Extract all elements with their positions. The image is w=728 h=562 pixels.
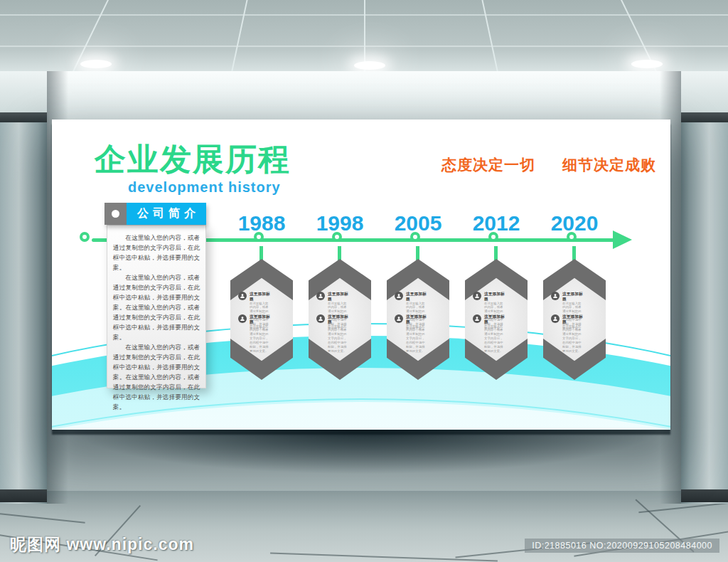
entry-title: 这里添加标题: [562, 292, 583, 301]
company-intro-panel: 在这里输入您的内容，或者通过复制您的文字内容后，在此框中选中粘贴，并选择要用的文…: [107, 225, 206, 388]
entry-body: 在这里输入您的内容，或者通过复制您的文字内容后，在此框中选中粘贴，并选择要用的文…: [250, 324, 270, 353]
timeline-connector: [338, 246, 341, 260]
scene: 企业发展历程 development history 态度决定一切 细节决定成败…: [0, 0, 728, 562]
entry-title: 这里添加标题: [250, 292, 270, 301]
intro-paragraph: 在这里输入您的内容，或者通过复制您的文字内容后，在此框中选中粘贴，并选择要用的文…: [113, 233, 200, 272]
dot-icon: [112, 210, 119, 218]
timeline-milestone: 1998这里添加标题在这里输入您的内容，或者通过复制您的文字内容后，在此框中选中…: [300, 212, 380, 386]
intro-paragraph: 在这里输入您的内容，或者通过复制您的文字内容后，在此框中选中粘贴，并选择要用的文…: [113, 272, 200, 342]
pillar-left: [0, 71, 47, 504]
person-icon: [551, 314, 560, 323]
entry-title: 这里添加标题: [406, 314, 427, 324]
entry-title: 这里添加标题: [562, 314, 583, 324]
ceiling-grid-line: [0, 14, 728, 16]
timeline-year-label: 2020: [535, 212, 614, 235]
entry-title: 这里添加标题: [484, 314, 505, 324]
timeline-year-label: 2012: [456, 212, 536, 235]
timeline-year-label: 1988: [222, 212, 301, 235]
timeline-milestone: 2012这里添加标题在这里输入您的内容，或者通过复制您的文字内容后，在此框中选中…: [456, 212, 536, 386]
milestone-badge: 这里添加标题在这里输入您的内容，或者通过复制您的文字内容后，在此框中选中粘贴，并…: [230, 259, 293, 380]
timeline-node-icon: [410, 232, 420, 242]
entry-title: 这里添加标题: [328, 314, 348, 324]
entry-title: 这里添加标题: [406, 292, 427, 301]
pillar-right: [681, 71, 728, 504]
timeline-node-icon: [254, 232, 264, 242]
site-url: www.nipic.com: [66, 535, 194, 553]
timeline-node-icon: [567, 232, 577, 242]
person-icon: [316, 292, 325, 300]
milestone-badge: 这里添加标题在这里输入您的内容，或者通过复制您的文字内容后，在此框中选中粘贴，并…: [309, 259, 371, 380]
person-icon: [551, 292, 560, 300]
ceiling-light: [631, 60, 663, 68]
site-name: 昵图网: [10, 535, 61, 553]
timeline-year-label: 2005: [378, 212, 458, 235]
milestone-badge: 这里添加标题在这里输入您的内容，或者通过复制您的文字内容后，在此框中选中粘贴，并…: [387, 259, 449, 380]
person-icon: [316, 314, 325, 323]
entry-title: 这里添加标题: [250, 314, 270, 324]
entry-title: 这里添加标题: [328, 292, 348, 301]
ribbon-tab: [105, 203, 127, 225]
person-icon: [395, 314, 403, 323]
badge-entry: 这里添加标题在这里输入您的内容，或者通过复制您的文字内容后，在此框中选中粘贴，并…: [395, 314, 446, 388]
company-intro-ribbon: 公司简介: [105, 203, 206, 225]
ceiling-light: [354, 61, 385, 70]
entry-body: 在这里输入您的内容，或者通过复制您的文字内容后，在此框中选中粘贴，并选择要用的文…: [406, 324, 427, 353]
display-board: 企业发展历程 development history 态度决定一切 细节决定成败…: [52, 120, 670, 430]
milestone-badge: 这里添加标题在这里输入您的内容，或者通过复制您的文字内容后，在此框中选中粘贴，并…: [465, 259, 528, 380]
wall-light-band: [0, 71, 728, 127]
person-icon: [395, 292, 403, 300]
timeline-connector: [494, 246, 498, 260]
badge-entry: 这里添加标题在这里输入您的内容，或者通过复制您的文字内容后，在此框中选中粘贴，并…: [473, 314, 524, 388]
entry-body: 在这里输入您的内容，或者通过复制您的文字内容后，在此框中选中粘贴，并选择要用的文…: [328, 324, 348, 353]
ceiling-grid-line: [364, 0, 365, 71]
ceiling-grid-line: [228, 0, 250, 71]
entry-body: 在这里输入您的内容，或者通过复制您的文字内容后，在此框中选中粘贴，并选择要用的文…: [484, 324, 505, 353]
milestone-badge: 这里添加标题在这里输入您的内容，或者通过复制您的文字内容后，在此框中选中粘贴，并…: [543, 259, 606, 380]
timeline-connector: [259, 246, 263, 260]
person-icon: [238, 314, 247, 323]
timeline-year-label: 1998: [300, 212, 380, 235]
person-icon: [473, 314, 481, 323]
badge-entry: 这里添加标题在这里输入您的内容，或者通过复制您的文字内容后，在此框中选中粘贴，并…: [238, 314, 289, 388]
entry-body: 在这里输入您的内容，或者通过复制您的文字内容后，在此框中选中粘贴，并选择要用的文…: [562, 324, 583, 353]
timeline-milestone: 2005这里添加标题在这里输入您的内容，或者通过复制您的文字内容后，在此框中选中…: [378, 212, 458, 386]
timeline-milestone: 2020这里添加标题在这里输入您的内容，或者通过复制您的文字内容后，在此框中选中…: [535, 212, 614, 386]
ceiling: [0, 0, 728, 71]
timeline-node-icon: [488, 232, 498, 242]
timeline-node-icon: [332, 232, 342, 242]
floor-tile-line: [0, 511, 85, 524]
entry-title: 这里添加标题: [484, 292, 505, 301]
image-id-badge: ID:21885016 NO:20200929105208484000: [525, 539, 719, 553]
timeline-milestone: 1988这里添加标题在这里输入您的内容，或者通过复制您的文字内容后，在此框中选中…: [222, 212, 301, 386]
timeline-connector: [416, 246, 419, 260]
timeline-connector: [572, 246, 576, 260]
ceiling-grid-line: [0, 46, 728, 47]
ceiling-light: [80, 60, 112, 68]
ceiling-grid-line: [479, 0, 502, 71]
person-icon: [238, 292, 247, 300]
person-icon: [473, 292, 481, 300]
ribbon-label: 公司简介: [127, 203, 206, 225]
badge-entry: 这里添加标题在这里输入您的内容，或者通过复制您的文字内容后，在此框中选中粘贴，并…: [551, 314, 602, 388]
badge-entry: 这里添加标题在这里输入您的内容，或者通过复制您的文字内容后，在此框中选中粘贴，并…: [316, 314, 368, 388]
intro-paragraph: 在这里输入您的内容，或者通过复制您的文字内容后，在此框中选中粘贴，并选择要用的文…: [113, 342, 200, 412]
site-watermark: 昵图网 www.nipic.com: [10, 534, 194, 556]
